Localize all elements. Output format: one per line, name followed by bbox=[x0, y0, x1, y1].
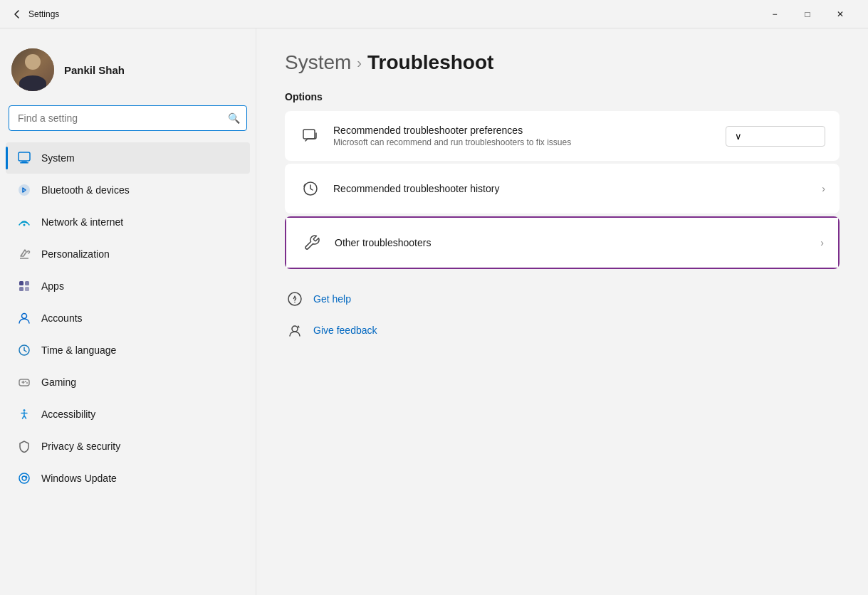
titlebar-title: Settings bbox=[28, 9, 59, 19]
give-feedback-link[interactable]: Give feedback bbox=[285, 317, 840, 343]
minimize-button[interactable]: − bbox=[758, 0, 791, 28]
card-title-recommended-prefs: Recommended troubleshooter preferences bbox=[333, 125, 714, 136]
card-other-troubleshooters: Other troubleshooters › bbox=[285, 216, 840, 269]
card-text-recommended-prefs: Recommended troubleshooter preferences M… bbox=[333, 125, 714, 147]
update-icon bbox=[17, 471, 31, 485]
history-icon bbox=[299, 177, 322, 200]
card-title-recommended-history: Recommended troubleshooter history bbox=[333, 183, 810, 194]
svg-point-13 bbox=[26, 382, 28, 384]
svg-point-19 bbox=[294, 296, 296, 298]
chat-icon bbox=[299, 125, 322, 147]
svg-rect-8 bbox=[25, 287, 29, 291]
card-action-recommended-prefs: ∨ bbox=[726, 126, 825, 147]
get-help-label: Get help bbox=[313, 293, 351, 305]
card-subtitle-recommended-prefs: Microsoft can recommend and run troubles… bbox=[333, 137, 714, 147]
card-text-other-troubleshooters: Other troubleshooters bbox=[335, 237, 809, 248]
card-text-recommended-history: Recommended troubleshooter history bbox=[333, 183, 810, 194]
sidebar-item-apps[interactable]: Apps bbox=[6, 270, 250, 302]
card-title-other-troubleshooters: Other troubleshooters bbox=[335, 237, 809, 248]
sidebar-label-network: Network & internet bbox=[41, 216, 123, 228]
card-item-recommended-history[interactable]: Recommended troubleshooter history › bbox=[285, 164, 840, 214]
sidebar-label-accessibility: Accessibility bbox=[41, 409, 95, 420]
gaming-icon bbox=[17, 375, 31, 389]
breadcrumb: System › Troubleshoot bbox=[285, 51, 840, 74]
user-name: Pankil Shah bbox=[64, 64, 125, 76]
sidebar-item-personalization[interactable]: Personalization bbox=[6, 238, 250, 270]
titlebar: Settings − □ ✕ bbox=[0, 0, 868, 28]
app-body: Pankil Shah 🔍 System bbox=[0, 28, 868, 595]
svg-point-20 bbox=[294, 302, 296, 303]
sidebar-item-accessibility[interactable]: Accessibility bbox=[6, 399, 250, 430]
card-action-other: › bbox=[820, 237, 824, 248]
titlebar-controls: − □ ✕ bbox=[758, 0, 857, 28]
svg-rect-0 bbox=[19, 152, 30, 161]
svg-point-14 bbox=[23, 409, 26, 411]
avatar bbox=[11, 48, 54, 91]
breadcrumb-separator: › bbox=[357, 55, 362, 71]
apps-icon bbox=[17, 279, 31, 293]
svg-rect-7 bbox=[19, 287, 23, 291]
back-icon[interactable] bbox=[11, 9, 23, 20]
svg-point-3 bbox=[19, 184, 30, 196]
card-action-history: › bbox=[822, 183, 825, 194]
system-icon bbox=[17, 151, 31, 165]
sidebar-label-system: System bbox=[41, 152, 75, 164]
bluetooth-icon bbox=[17, 183, 31, 197]
svg-point-9 bbox=[22, 314, 27, 319]
sidebar: Pankil Shah 🔍 System bbox=[0, 28, 256, 595]
breadcrumb-parent[interactable]: System bbox=[285, 51, 351, 74]
accessibility-icon bbox=[17, 407, 31, 421]
sidebar-item-network[interactable]: Network & internet bbox=[6, 206, 250, 238]
svg-rect-16 bbox=[303, 130, 315, 139]
card-item-recommended-prefs[interactable]: Recommended troubleshooter preferences M… bbox=[285, 111, 840, 161]
chevron-down-icon: ∨ bbox=[735, 131, 742, 142]
sidebar-item-system[interactable]: System bbox=[6, 142, 250, 174]
help-icon bbox=[285, 289, 305, 309]
sidebar-item-update[interactable]: Windows Update bbox=[6, 463, 250, 494]
arrow-icon-other: › bbox=[820, 237, 824, 248]
sidebar-item-bluetooth[interactable]: Bluetooth & devices bbox=[6, 174, 250, 206]
svg-rect-6 bbox=[25, 281, 29, 285]
svg-point-4 bbox=[23, 224, 26, 226]
sidebar-item-gaming[interactable]: Gaming bbox=[6, 367, 250, 398]
svg-rect-5 bbox=[19, 281, 23, 285]
get-help-link[interactable]: Get help bbox=[285, 286, 840, 312]
card-item-other-troubleshooters[interactable]: Other troubleshooters › bbox=[286, 218, 838, 268]
svg-point-18 bbox=[288, 293, 301, 305]
sidebar-label-personalization: Personalization bbox=[41, 248, 110, 260]
nav-list: System Bluetooth & devices bbox=[0, 142, 256, 494]
arrow-icon-history: › bbox=[822, 183, 825, 194]
user-profile[interactable]: Pankil Shah bbox=[0, 40, 256, 105]
svg-point-15 bbox=[19, 473, 29, 483]
page-title: Troubleshoot bbox=[367, 51, 493, 74]
search-input[interactable] bbox=[9, 105, 247, 131]
sidebar-label-privacy: Privacy & security bbox=[41, 441, 120, 452]
give-feedback-label: Give feedback bbox=[313, 325, 377, 336]
feedback-icon bbox=[285, 320, 305, 340]
card-recommended-prefs: Recommended troubleshooter preferences M… bbox=[285, 111, 840, 161]
sidebar-label-gaming: Gaming bbox=[41, 377, 76, 388]
svg-rect-2 bbox=[20, 162, 28, 164]
close-button[interactable]: ✕ bbox=[824, 0, 857, 28]
svg-point-12 bbox=[25, 381, 26, 382]
recommended-prefs-dropdown[interactable]: ∨ bbox=[726, 126, 825, 147]
search-box: 🔍 bbox=[9, 105, 247, 131]
sidebar-label-time: Time & language bbox=[41, 344, 116, 356]
maximize-button[interactable]: □ bbox=[791, 0, 824, 28]
time-icon bbox=[17, 343, 31, 357]
personalization-icon bbox=[17, 247, 31, 261]
sidebar-item-time[interactable]: Time & language bbox=[6, 335, 250, 366]
sidebar-label-apps: Apps bbox=[41, 280, 64, 292]
card-recommended-history: Recommended troubleshooter history › bbox=[285, 164, 840, 214]
wrench-icon bbox=[300, 231, 323, 254]
svg-point-21 bbox=[292, 326, 298, 332]
sidebar-item-accounts[interactable]: Accounts bbox=[6, 302, 250, 334]
section-title: Options bbox=[285, 91, 840, 102]
network-icon bbox=[17, 215, 31, 229]
main-content: System › Troubleshoot Options Recommende… bbox=[256, 28, 868, 595]
links-section: Get help Give feedback bbox=[285, 286, 840, 343]
sidebar-label-bluetooth: Bluetooth & devices bbox=[41, 184, 130, 196]
sidebar-label-accounts: Accounts bbox=[41, 312, 83, 324]
sidebar-item-privacy[interactable]: Privacy & security bbox=[6, 431, 250, 462]
accounts-icon bbox=[17, 311, 31, 325]
